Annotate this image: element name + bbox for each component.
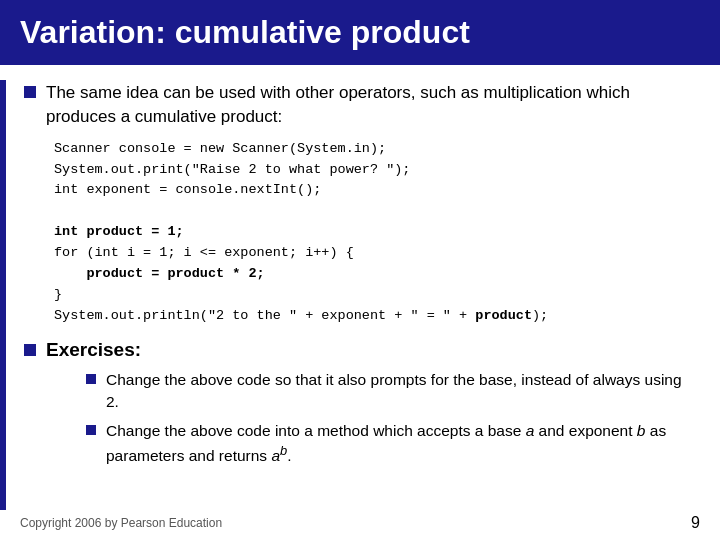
exercise-item-2: Change the above code into a method whic… — [86, 420, 696, 467]
copyright-text: Copyright 2006 by Pearson Education — [20, 516, 222, 530]
exercise-2-text: Change the above code into a method whic… — [106, 420, 696, 467]
code-line-9: System.out.println("2 to the " + exponen… — [54, 306, 696, 327]
exercises-title: Exercises: — [46, 339, 696, 361]
code-block: Scanner console = new Scanner(System.in)… — [54, 139, 696, 327]
code-line-2: System.out.print("Raise 2 to what power?… — [54, 160, 696, 181]
exercise-2-icon — [86, 425, 96, 435]
left-accent-bar — [0, 80, 6, 510]
exercises-content: Exercises: Change the above code so that… — [46, 339, 696, 475]
main-bullet: The same idea can be used with other ope… — [24, 81, 696, 129]
exercises-list: Change the above code so that it also pr… — [86, 369, 696, 467]
slide-title: Variation: cumulative product — [20, 14, 700, 51]
code-line-4 — [54, 201, 696, 222]
exercise-1-text: Change the above code so that it also pr… — [106, 369, 696, 412]
page-number: 9 — [691, 514, 700, 532]
slide: Variation: cumulative product The same i… — [0, 0, 720, 540]
bullet-icon — [24, 86, 36, 98]
exercise-item-1: Change the above code so that it also pr… — [86, 369, 696, 412]
slide-content: The same idea can be used with other ope… — [0, 65, 720, 475]
exercise-1-icon — [86, 374, 96, 384]
code-line-5: int product = 1; — [54, 222, 696, 243]
code-line-8: } — [54, 285, 696, 306]
code-line-7: product = product * 2; — [54, 264, 696, 285]
title-bar: Variation: cumulative product — [0, 0, 720, 65]
code-line-1: Scanner console = new Scanner(System.in)… — [54, 139, 696, 160]
code-line-6: for (int i = 1; i <= exponent; i++) { — [54, 243, 696, 264]
main-bullet-text: The same idea can be used with other ope… — [46, 81, 696, 129]
slide-footer: Copyright 2006 by Pearson Education 9 — [0, 514, 720, 532]
code-line-3: int exponent = console.nextInt(); — [54, 180, 696, 201]
exercises-bullet-icon — [24, 344, 36, 356]
exercises-bullet: Exercises: Change the above code so that… — [24, 339, 696, 475]
